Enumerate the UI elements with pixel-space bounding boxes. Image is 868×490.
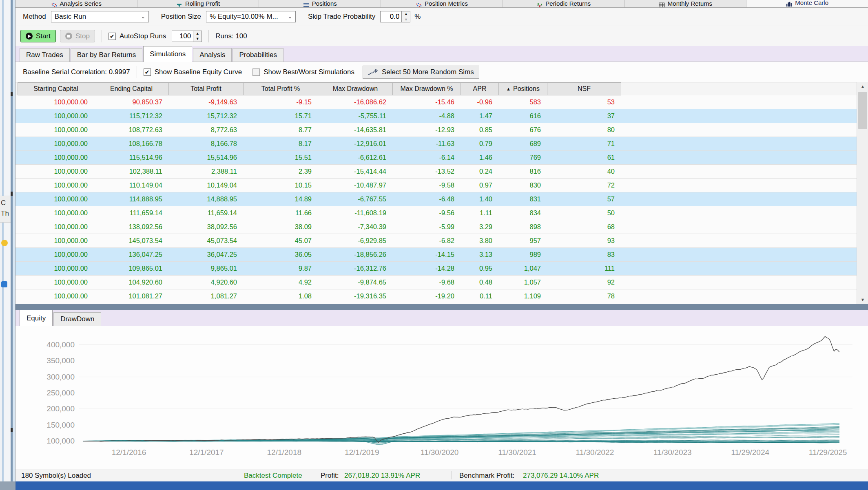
- cell-starting-capital: 100,000.00: [18, 123, 94, 137]
- column-header-positions[interactable]: ▲Positions: [499, 82, 547, 95]
- show-baseline-checkbox[interactable]: ✔: [144, 68, 151, 76]
- position-size-dropdown[interactable]: % Equity=10.00% M... ⌄: [206, 11, 296, 22]
- cell-positions: 898: [499, 220, 547, 234]
- list-icon: [303, 2, 309, 8]
- cell-nsf: 68: [547, 220, 621, 234]
- row-filler: [621, 289, 857, 303]
- table-row[interactable]: 100,000.00138,092.5638,092.5638.09-7,340…: [16, 220, 857, 234]
- autostop-runs-spinner[interactable]: ▲ ▼: [172, 31, 202, 42]
- spinner-up-icon[interactable]: ▲: [193, 31, 202, 36]
- table-row[interactable]: 100,000.00108,772.638,772.638.77-14,635.…: [16, 123, 857, 137]
- cell-nsf: 57: [547, 192, 621, 206]
- tab-probabilities[interactable]: Probabilities: [232, 48, 283, 62]
- cell-max-drawdown: -18,856.26: [318, 248, 393, 261]
- cell-total-profit: 1,081.27: [169, 289, 244, 303]
- background-tick: [11, 428, 13, 432]
- top-tab-label: Rolling Profit: [185, 0, 220, 7]
- table-row[interactable]: 100,000.00109,865.019,865.019.87-16,312.…: [16, 262, 857, 276]
- cell-apr: 0.97: [461, 179, 499, 192]
- top-tab-positions[interactable]: Positions: [259, 0, 381, 7]
- column-header-ending-capital[interactable]: Ending Capital: [94, 82, 169, 95]
- bars-updown-icon: [536, 2, 542, 8]
- cell-max-drawdown: -15,414.44: [318, 165, 393, 178]
- cell-total-profit: 11.66: [244, 206, 318, 220]
- top-tab-monte-carlo[interactable]: Monte Carlo: [746, 0, 868, 7]
- column-header-apr[interactable]: APR: [461, 82, 499, 95]
- scrollbar-up-icon[interactable]: ▲: [857, 82, 868, 91]
- cell-total-profit: 4.92: [244, 276, 318, 289]
- spinner-down-icon[interactable]: ▼: [193, 36, 202, 42]
- top-tab-monthly-returns[interactable]: Monthly Returns: [625, 0, 747, 7]
- row-filler: [621, 220, 857, 234]
- show-bestworst-checkbox[interactable]: ✔: [252, 68, 260, 76]
- separator: [208, 30, 209, 42]
- cell-apr: 0.79: [461, 137, 499, 150]
- row-filler: [621, 248, 857, 261]
- table-scrollbar[interactable]: ▲ ▼: [857, 82, 868, 304]
- scrollbar-down-icon[interactable]: ▼: [857, 295, 868, 304]
- table-row[interactable]: 100,000.00101,081.271,081.271.08-19,316.…: [16, 289, 857, 303]
- table-row[interactable]: 100,000.00108,166.788,166.788.17-12,916.…: [16, 137, 857, 151]
- skip-trade-input[interactable]: [380, 11, 401, 22]
- status-bar: 180 Symbol(s) Loaded Backtest Complete P…: [16, 470, 868, 481]
- spinner-down-icon[interactable]: ▼: [402, 17, 410, 22]
- method-dropdown[interactable]: Basic Run ⌄: [51, 11, 149, 22]
- tab-raw-trades[interactable]: Raw Trades: [20, 48, 70, 62]
- table-row[interactable]: 100,000.00115,712.3215,712.3215.71-5,755…: [16, 109, 857, 123]
- splitter-bar[interactable]: [16, 304, 868, 310]
- table-row[interactable]: 100,000.00145,073.5445,073.5445.07-6,929…: [16, 234, 857, 248]
- stop-button-label: Stop: [75, 32, 90, 40]
- skip-trade-spinner[interactable]: ▲ ▼: [380, 11, 410, 22]
- chart-tab-drawdown[interactable]: DrawDown: [53, 312, 101, 326]
- tab-analysis[interactable]: Analysis: [193, 48, 232, 62]
- table-row[interactable]: 100,000.00111,659.1411,659.1411.66-11,60…: [16, 206, 857, 220]
- table-row[interactable]: 100,000.00114,888.9514,888.9514.89-6,767…: [16, 192, 857, 206]
- position-size-dropdown-value: % Equity=10.00% M...: [210, 13, 278, 21]
- column-header-total-profit[interactable]: Total Profit: [169, 82, 244, 95]
- cell-ending-capital: 104,920.60: [94, 276, 169, 289]
- spinner-up-icon[interactable]: ▲: [402, 11, 410, 17]
- cell-nsf: 50: [547, 206, 621, 220]
- column-header-max-drawdown[interactable]: Max Drawdown: [318, 82, 393, 95]
- scrollbar-thumb[interactable]: [858, 92, 867, 129]
- cell-max-drawdown: -19.20: [393, 289, 461, 303]
- table-row[interactable]: 100,000.0090,850.37-9,149.63-9.15-16,086…: [16, 95, 857, 109]
- table-row[interactable]: 100,000.00110,149.0410,149.0410.15-10,48…: [16, 179, 857, 192]
- chart-tab-equity[interactable]: Equity: [20, 310, 53, 326]
- cell-nsf: 72: [547, 179, 621, 192]
- top-tab-periodic-returns[interactable]: Periodic Returns: [503, 0, 625, 7]
- cell-starting-capital: 100,000.00: [18, 179, 94, 192]
- table-row[interactable]: 100,000.00102,388.112,388.112.39-15,414.…: [16, 165, 857, 179]
- top-tab-analysis-series[interactable]: Analysis Series: [16, 0, 137, 7]
- run-controls-toolbar: Start Stop ✔ AutoStop Runs ▲ ▼ Runs: 100: [16, 26, 868, 46]
- grid-icon: [659, 2, 665, 8]
- cell-nsf: 53: [547, 95, 621, 109]
- autostop-checkbox[interactable]: ✔: [108, 33, 116, 40]
- top-tab-rolling-profit[interactable]: Rolling Profit: [137, 0, 259, 7]
- column-header-total-profit[interactable]: Total Profit %: [244, 82, 318, 95]
- autostop-runs-input[interactable]: [172, 31, 193, 42]
- select-more-sims-button[interactable]: Select 50 More Random Sims: [363, 66, 479, 79]
- cell-positions: 830: [499, 179, 547, 192]
- show-bestworst-label: Show Best/Worst Simulations: [264, 68, 354, 76]
- top-tab-position-metrics[interactable]: Position Metrics: [381, 0, 503, 7]
- backtest-status: Backtest Complete: [244, 472, 302, 480]
- cell-max-drawdown: -9,874.65: [318, 276, 393, 289]
- tab-bar-by-bar-returns[interactable]: Bar by Bar Returns: [71, 48, 143, 62]
- table-row[interactable]: 100,000.00136,047.2536,047.2536.05-18,85…: [16, 248, 857, 262]
- background-tick: [11, 92, 13, 96]
- column-header-label: Starting Capital: [33, 85, 78, 93]
- table-row[interactable]: 100,000.00104,920.604,920.604.92-9,874.6…: [16, 276, 857, 289]
- cell-total-profit: 15.51: [244, 151, 318, 164]
- table-row[interactable]: 100,000.00115,514.9615,514.9615.51-6,612…: [16, 151, 857, 165]
- stop-button[interactable]: Stop: [60, 30, 95, 42]
- cell-max-drawdown: -16,312.76: [318, 262, 393, 275]
- start-button[interactable]: Start: [20, 30, 56, 42]
- column-header-nsf[interactable]: NSF: [547, 82, 621, 95]
- tab-simulations[interactable]: Simulations: [143, 46, 192, 62]
- cell-total-profit: 2,388.11: [169, 165, 244, 178]
- column-header-starting-capital[interactable]: Starting Capital: [18, 82, 94, 95]
- cell-starting-capital: 100,000.00: [18, 151, 94, 164]
- select-more-sims-label: Select 50 More Random Sims: [382, 68, 474, 76]
- column-header-max-drawdown[interactable]: Max Drawdown %: [393, 82, 461, 95]
